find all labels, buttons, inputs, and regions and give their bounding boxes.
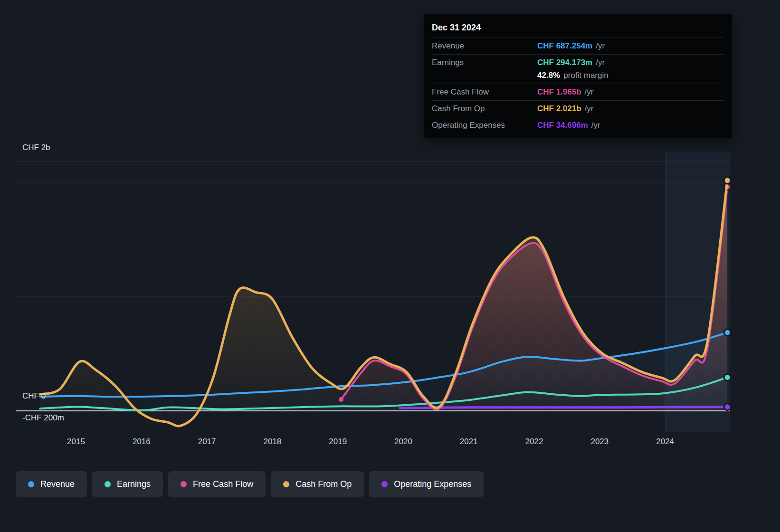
earnings-end-dot bbox=[724, 374, 731, 380]
tooltip-label: Earnings bbox=[432, 58, 537, 67]
x-axis: 2015201620172018201920202021202220232024 bbox=[0, 437, 780, 448]
legend-operating-expenses[interactable]: Operating Expenses bbox=[369, 471, 484, 497]
y-axis-label-neg200m: -CHF 200m bbox=[22, 413, 64, 423]
cash_from_op-area bbox=[40, 180, 727, 426]
free-cash-flow-dot-icon bbox=[181, 481, 187, 487]
x-axis-label-2022: 2022 bbox=[525, 437, 543, 446]
legend-label: Earnings bbox=[117, 479, 151, 489]
y-axis-label-zero: CHF 0 bbox=[22, 391, 46, 401]
x-axis-label-2024: 2024 bbox=[656, 437, 674, 446]
x-axis-label-2020: 2020 bbox=[394, 437, 412, 446]
tooltip-row-revenue: Revenue CHF 687.254m /yr bbox=[432, 38, 724, 54]
revenue-end-dot bbox=[724, 329, 731, 336]
legend-label: Operating Expenses bbox=[394, 479, 471, 489]
x-axis-label-2021: 2021 bbox=[460, 437, 478, 446]
chart-tooltip: Dec 31 2024 Revenue CHF 687.254m /yr Ear… bbox=[424, 14, 732, 138]
tooltip-value: 42.8% bbox=[537, 71, 560, 80]
x-axis-label-2019: 2019 bbox=[329, 437, 347, 446]
tooltip-value: CHF 34.696m bbox=[537, 121, 588, 130]
legend-earnings[interactable]: Earnings bbox=[92, 471, 163, 497]
x-axis-label-2023: 2023 bbox=[590, 437, 609, 446]
tooltip-value: CHF 687.254m bbox=[537, 41, 592, 51]
x-axis-label-2017: 2017 bbox=[198, 437, 216, 446]
tooltip-label: Operating Expenses bbox=[432, 121, 537, 130]
timeseries-chart[interactable] bbox=[0, 142, 780, 456]
tooltip-row-cash-from-op: Cash From Op CHF 2.021b /yr bbox=[432, 100, 724, 117]
tooltip-value: CHF 2.021b bbox=[537, 104, 581, 114]
revenue-dot-icon bbox=[28, 481, 34, 487]
chart-legend: Revenue Earnings Free Cash Flow Cash Fro… bbox=[16, 471, 484, 497]
legend-revenue[interactable]: Revenue bbox=[16, 471, 87, 497]
x-axis-label-2018: 2018 bbox=[263, 437, 281, 446]
legend-label: Cash From Op bbox=[295, 479, 352, 489]
tooltip-suffix: profit margin bbox=[563, 71, 608, 80]
operating_expenses-line bbox=[400, 407, 727, 408]
cash-from-op-dot-icon bbox=[283, 481, 289, 487]
tooltip-row-profit-margin: 42.8% profit margin bbox=[432, 71, 724, 84]
operating-expenses-dot-icon bbox=[381, 481, 388, 487]
x-axis-label-2016: 2016 bbox=[133, 437, 151, 446]
legend-label: Revenue bbox=[40, 479, 75, 489]
tooltip-label: Revenue bbox=[432, 41, 537, 51]
tooltip-date: Dec 31 2024 bbox=[432, 20, 724, 38]
tooltip-suffix: /yr bbox=[596, 41, 605, 51]
legend-label: Free Cash Flow bbox=[193, 479, 253, 489]
earnings-dot-icon bbox=[105, 481, 111, 487]
tooltip-label: Free Cash Flow bbox=[432, 87, 537, 97]
operating_expenses-end-dot bbox=[724, 404, 731, 410]
tooltip-value: CHF 294.173m bbox=[537, 58, 592, 67]
tooltip-row-operating-expenses: Operating Expenses CHF 34.696m /yr bbox=[432, 117, 724, 133]
tooltip-suffix: /yr bbox=[585, 104, 594, 114]
financial-history-chart-screen: Dec 31 2024 Revenue CHF 687.254m /yr Ear… bbox=[0, 0, 780, 532]
x-axis-label-2015: 2015 bbox=[67, 437, 85, 446]
tooltip-label: Cash From Op bbox=[432, 104, 537, 114]
tooltip-suffix: /yr bbox=[596, 58, 605, 67]
tooltip-value: CHF 1.965b bbox=[537, 87, 581, 97]
tooltip-row-free-cash-flow: Free Cash Flow CHF 1.965b /yr bbox=[432, 84, 724, 100]
legend-cash-from-op[interactable]: Cash From Op bbox=[271, 471, 364, 497]
y-axis-label-2b: CHF 2b bbox=[22, 143, 50, 152]
cash_from_op-end-dot bbox=[724, 177, 731, 184]
tooltip-suffix: /yr bbox=[585, 87, 594, 97]
tooltip-row-earnings: Earnings CHF 294.173m /yr bbox=[432, 54, 724, 71]
tooltip-suffix: /yr bbox=[591, 121, 600, 130]
legend-free-cash-flow[interactable]: Free Cash Flow bbox=[168, 471, 266, 497]
